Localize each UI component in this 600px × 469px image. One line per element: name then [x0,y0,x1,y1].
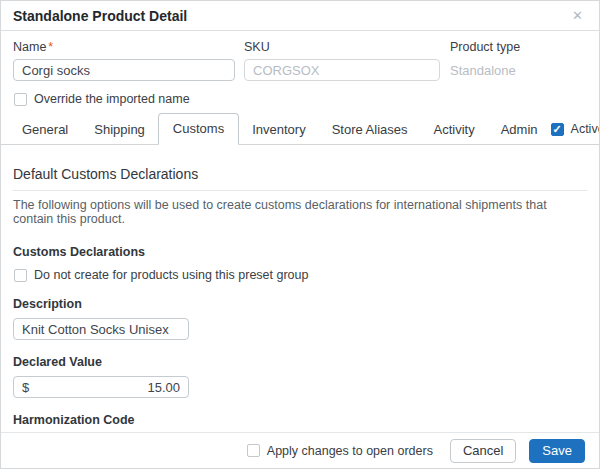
sku-field-group: SKU [244,40,440,81]
declared-value-label: Declared Value [13,355,189,369]
override-name-checkbox-row[interactable]: Override the imported name [14,92,587,106]
tab-activity[interactable]: Activity [421,115,488,144]
preset-group-checkbox-row[interactable]: Do not create for products using this pr… [14,268,587,282]
standalone-product-detail-modal: Standalone Product Detail ✕ Name* SKU Pr… [0,0,600,469]
description-field-group: Description [13,297,189,340]
description-label: Description [13,297,189,311]
override-name-checkbox[interactable] [14,93,27,106]
save-button[interactable]: Save [529,439,585,463]
modal-title: Standalone Product Detail [13,8,187,24]
declared-value-box: $ [13,376,189,398]
preset-group-label: Do not create for products using this pr… [34,268,308,282]
required-marker: * [48,40,53,54]
override-name-label: Override the imported name [34,92,190,106]
cancel-button[interactable]: Cancel [450,439,516,463]
tab-admin[interactable]: Admin [488,115,551,144]
modal-header: Standalone Product Detail ✕ [1,1,599,31]
active-checkbox[interactable]: ✓ [551,123,564,136]
product-summary-form: Name* SKU Product type Standalone [1,31,599,81]
tab-store-aliases[interactable]: Store Aliases [319,115,421,144]
apply-changes-label: Apply changes to open orders [267,444,433,458]
sku-input [244,59,440,81]
declared-value-field-group: Declared Value $ [13,355,189,398]
name-label: Name* [13,40,235,54]
active-label: Active [571,122,600,136]
product-type-label: Product type [450,40,587,54]
sku-label: SKU [244,40,440,54]
customs-tab-content: Default Customs Declarations The followi… [1,166,599,469]
customs-declarations-label: Customs Declarations [13,245,587,259]
active-checkbox-row[interactable]: ✓ Active [551,122,600,136]
apply-changes-checkbox-row[interactable]: Apply changes to open orders [247,444,433,458]
product-type-group: Product type Standalone [450,40,587,81]
close-icon[interactable]: ✕ [568,7,587,24]
section-divider [13,190,587,191]
section-heading: Default Customs Declarations [13,166,587,182]
currency-symbol: $ [22,380,29,395]
description-input[interactable] [13,318,189,340]
product-type-value: Standalone [450,59,587,78]
check-icon: ✓ [553,122,562,137]
tab-inventory[interactable]: Inventory [239,115,318,144]
apply-changes-checkbox[interactable] [247,444,260,457]
harmonization-code-label: Harmonization Code [13,413,189,427]
preset-group-checkbox[interactable] [14,269,27,282]
tab-bar: General Shipping Customs Inventory Store… [1,113,599,145]
declared-value-input[interactable] [29,380,180,395]
tab-customs[interactable]: Customs [158,113,239,145]
section-description: The following options will be used to cr… [13,198,587,226]
name-input[interactable] [13,59,235,81]
modal-footer: Apply changes to open orders Cancel Save [1,432,599,468]
name-field-group: Name* [13,40,235,81]
tab-shipping[interactable]: Shipping [81,115,158,144]
tab-general[interactable]: General [9,115,81,144]
